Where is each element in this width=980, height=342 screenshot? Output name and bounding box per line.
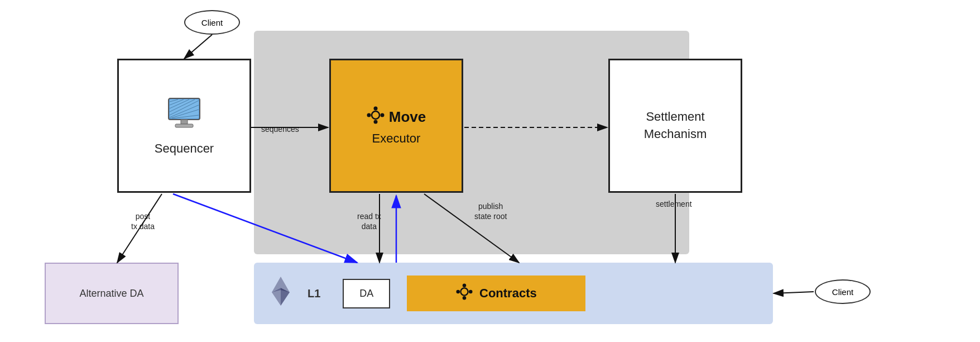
l1-region: L1 DA Contracts <box>254 263 773 324</box>
sequencer-box: Sequencer <box>117 59 251 193</box>
alt-da-label: Alternative DA <box>79 288 143 300</box>
sequencer-label: Sequencer <box>155 141 214 156</box>
svg-point-12 <box>372 111 379 119</box>
svg-marker-20 <box>272 290 281 306</box>
da-box: DA <box>343 279 390 308</box>
executor-subtitle: Executor <box>372 131 421 146</box>
svg-rect-10 <box>181 120 188 124</box>
svg-point-24 <box>463 296 467 300</box>
svg-point-13 <box>373 106 377 110</box>
publish-state-root-text: publishstate root <box>474 202 507 221</box>
settlement-box: SettlementMechanism <box>608 59 742 193</box>
alt-da-box: Alternative DA <box>45 263 179 324</box>
svg-point-26 <box>469 290 473 294</box>
da-label: DA <box>359 288 373 299</box>
sequences-label: sequences <box>261 124 299 134</box>
svg-point-25 <box>456 290 460 294</box>
computer-icon <box>164 96 204 136</box>
executor-title-row: Move <box>367 106 426 128</box>
client-top-label: Client <box>201 18 223 27</box>
svg-line-30 <box>184 35 212 59</box>
post-tx-data-text: posttx data <box>131 212 155 231</box>
publish-state-root-label: publishstate root <box>474 201 507 221</box>
svg-rect-11 <box>175 124 193 127</box>
svg-point-14 <box>373 120 377 124</box>
svg-point-16 <box>380 113 384 117</box>
ethereum-icon <box>271 276 291 312</box>
svg-line-39 <box>774 292 814 293</box>
move-icon-executor <box>367 106 385 128</box>
client-top-ellipse: Client <box>184 10 240 35</box>
read-tx-data-label: read txdata <box>357 211 381 231</box>
client-bottom-ellipse: Client <box>815 279 871 304</box>
post-tx-data-label: posttx data <box>131 211 155 231</box>
executor-box: Move Executor <box>329 59 463 193</box>
contracts-label: Contracts <box>479 286 537 301</box>
client-bottom-label: Client <box>832 287 853 297</box>
move-icon-contracts <box>456 283 473 303</box>
settlement-arrow-label: settlement <box>656 199 692 209</box>
settlement-label: SettlementMechanism <box>644 108 707 143</box>
svg-point-22 <box>460 288 468 295</box>
svg-marker-21 <box>281 290 290 306</box>
svg-point-23 <box>463 283 467 287</box>
read-tx-data-text: read txdata <box>357 212 381 231</box>
svg-point-15 <box>367 113 371 117</box>
diagram-container: Client Sequencer <box>0 0 980 342</box>
executor-title: Move <box>389 108 426 126</box>
contracts-box: Contracts <box>407 276 585 311</box>
l1-label: L1 <box>308 287 320 300</box>
